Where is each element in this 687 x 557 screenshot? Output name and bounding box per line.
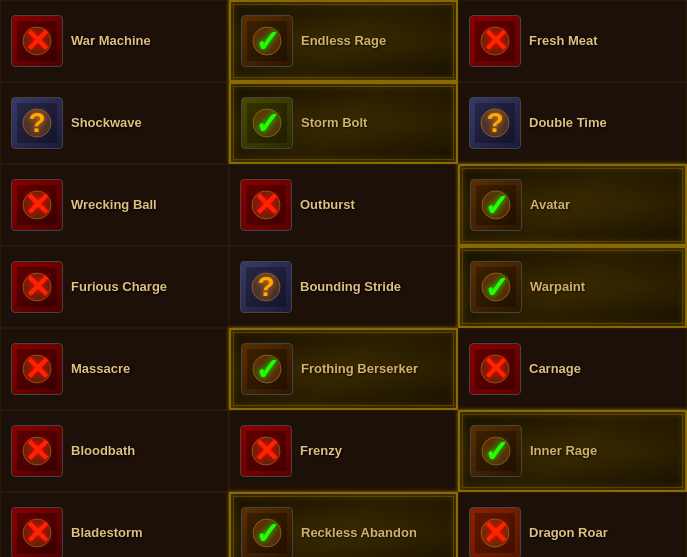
ability-name-endless-rage: Endless Rage [301, 33, 386, 50]
ability-icon-frenzy: ✕ [240, 425, 292, 477]
ability-cell-double-time[interactable]: ?Double Time [458, 82, 687, 164]
ability-name-fresh-meat: Fresh Meat [529, 33, 598, 50]
ability-name-frothing-berserker: Frothing Berserker [301, 361, 418, 378]
ability-icon-storm-bolt: ✓ [241, 97, 293, 149]
ability-icon-massacre: ✕ [11, 343, 63, 395]
ability-name-outburst: Outburst [300, 197, 355, 214]
status-dragon-roar: ✕ [470, 508, 520, 557]
ability-name-bloodbath: Bloodbath [71, 443, 135, 460]
status-avatar: ✓ [471, 180, 521, 230]
ability-cell-shockwave[interactable]: ?Shockwave [0, 82, 229, 164]
ability-icon-frothing-berserker: ✓ [241, 343, 293, 395]
ability-name-dragon-roar: Dragon Roar [529, 525, 608, 542]
ability-cell-outburst[interactable]: ✕Outburst [229, 164, 458, 246]
status-storm-bolt: ✓ [242, 98, 292, 148]
ability-name-bladestorm: Bladestorm [71, 525, 143, 542]
ability-icon-furious-charge: ✕ [11, 261, 63, 313]
ability-cell-frothing-berserker[interactable]: ✓Frothing Berserker [229, 328, 458, 410]
ability-name-bounding-stride: Bounding Stride [300, 279, 401, 296]
ability-cell-warpaint[interactable]: ✓Warpaint [458, 246, 687, 328]
status-fresh-meat: ✕ [470, 16, 520, 66]
ability-cell-endless-rage[interactable]: ✓Endless Rage [229, 0, 458, 82]
ability-icon-inner-rage: ✓ [470, 425, 522, 477]
ability-icon-bounding-stride: ? [240, 261, 292, 313]
status-frothing-berserker: ✓ [242, 344, 292, 394]
ability-icon-fresh-meat: ✕ [469, 15, 521, 67]
ability-name-massacre: Massacre [71, 361, 130, 378]
ability-cell-carnage[interactable]: ✕Carnage [458, 328, 687, 410]
ability-name-reckless-abandon: Reckless Abandon [301, 525, 417, 542]
status-furious-charge: ✕ [12, 262, 62, 312]
status-outburst: ✕ [241, 180, 291, 230]
status-wrecking-ball: ✕ [12, 180, 62, 230]
ability-name-furious-charge: Furious Charge [71, 279, 167, 296]
ability-cell-massacre[interactable]: ✕Massacre [0, 328, 229, 410]
ability-cell-frenzy[interactable]: ✕Frenzy [229, 410, 458, 492]
abilities-grid: ✕War Machine✓Endless Rage✕Fresh Meat?Sho… [0, 0, 687, 557]
ability-cell-furious-charge[interactable]: ✕Furious Charge [0, 246, 229, 328]
ability-icon-reckless-abandon: ✓ [241, 507, 293, 557]
ability-name-carnage: Carnage [529, 361, 581, 378]
ability-cell-reckless-abandon[interactable]: ✓Reckless Abandon [229, 492, 458, 557]
ability-cell-wrecking-ball[interactable]: ✕Wrecking Ball [0, 164, 229, 246]
ability-icon-warpaint: ✓ [470, 261, 522, 313]
ability-cell-bounding-stride[interactable]: ?Bounding Stride [229, 246, 458, 328]
ability-cell-inner-rage[interactable]: ✓Inner Rage [458, 410, 687, 492]
status-endless-rage: ✓ [242, 16, 292, 66]
ability-cell-dragon-roar[interactable]: ✕Dragon Roar [458, 492, 687, 557]
ability-icon-outburst: ✕ [240, 179, 292, 231]
ability-cell-bladestorm[interactable]: ✕Bladestorm [0, 492, 229, 557]
status-bladestorm: ✕ [12, 508, 62, 557]
status-warpaint: ✓ [471, 262, 521, 312]
ability-name-inner-rage: Inner Rage [530, 443, 597, 460]
ability-icon-shockwave: ? [11, 97, 63, 149]
ability-name-war-machine: War Machine [71, 33, 151, 50]
ability-name-double-time: Double Time [529, 115, 607, 132]
ability-icon-bladestorm: ✕ [11, 507, 63, 557]
ability-icon-double-time: ? [469, 97, 521, 149]
ability-icon-carnage: ✕ [469, 343, 521, 395]
ability-name-avatar: Avatar [530, 197, 570, 214]
status-frenzy: ✕ [241, 426, 291, 476]
status-massacre: ✕ [12, 344, 62, 394]
ability-cell-avatar[interactable]: ✓Avatar [458, 164, 687, 246]
status-bloodbath: ✕ [12, 426, 62, 476]
ability-cell-war-machine[interactable]: ✕War Machine [0, 0, 229, 82]
status-inner-rage: ✓ [471, 426, 521, 476]
status-war-machine: ✕ [12, 16, 62, 66]
ability-name-storm-bolt: Storm Bolt [301, 115, 367, 132]
ability-icon-wrecking-ball: ✕ [11, 179, 63, 231]
status-bounding-stride: ? [241, 262, 291, 312]
ability-icon-endless-rage: ✓ [241, 15, 293, 67]
ability-cell-storm-bolt[interactable]: ✓Storm Bolt [229, 82, 458, 164]
ability-icon-avatar: ✓ [470, 179, 522, 231]
ability-cell-fresh-meat[interactable]: ✕Fresh Meat [458, 0, 687, 82]
ability-name-frenzy: Frenzy [300, 443, 342, 460]
ability-name-warpaint: Warpaint [530, 279, 585, 296]
ability-icon-war-machine: ✕ [11, 15, 63, 67]
status-reckless-abandon: ✓ [242, 508, 292, 557]
status-shockwave: ? [12, 98, 62, 148]
ability-name-shockwave: Shockwave [71, 115, 142, 132]
ability-icon-dragon-roar: ✕ [469, 507, 521, 557]
ability-cell-bloodbath[interactable]: ✕Bloodbath [0, 410, 229, 492]
status-carnage: ✕ [470, 344, 520, 394]
ability-icon-bloodbath: ✕ [11, 425, 63, 477]
ability-name-wrecking-ball: Wrecking Ball [71, 197, 157, 214]
status-double-time: ? [470, 98, 520, 148]
